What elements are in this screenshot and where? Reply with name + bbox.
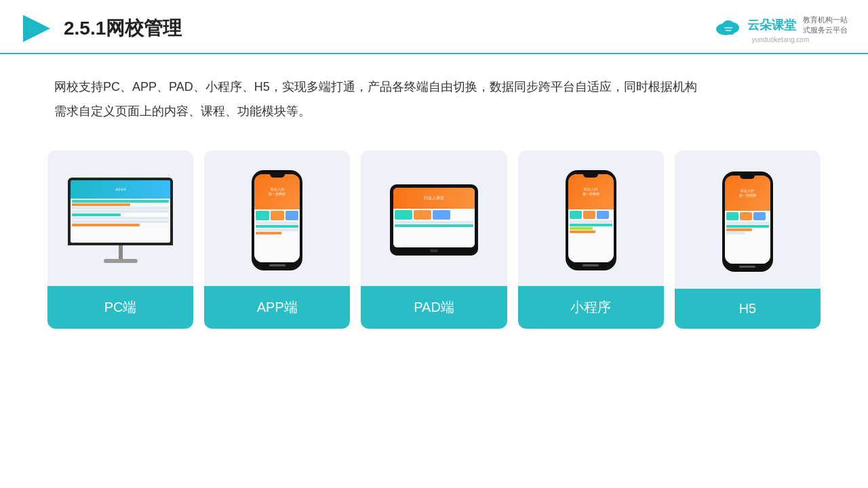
page-title: 2.5.1网校管理 — [64, 16, 182, 41]
logo-tagline1: 教育机构一站 — [803, 15, 848, 24]
card-pc-label: PC端 — [47, 286, 193, 329]
phone-h5-screen: 职达人的第一堂网课 — [725, 176, 770, 264]
card-h5: 职达人的第一堂网课 — [675, 150, 821, 329]
card-pad: 职达人课堂 — [361, 150, 507, 329]
svg-marker-0 — [23, 15, 50, 42]
card-app: 职达人的第一堂网课 — [204, 150, 350, 329]
play-icon — [20, 12, 53, 45]
tablet-mockup: 职达人课堂 — [390, 184, 478, 256]
monitor-body: 课堂管理 — [68, 178, 173, 245]
phone-notch — [270, 174, 285, 178]
phone-h5-home-bar — [739, 266, 755, 268]
logo-tagline2: 式服务云平台 — [803, 25, 848, 35]
logo-url: yunduoketang.com — [752, 36, 810, 43]
phone-h5-notch — [740, 176, 755, 179]
logo-area: 云朵课堂 教育机构一站 式服务云平台 yunduoketang.com — [713, 14, 848, 43]
card-miniprogram-image: 职达人的第一堂网课 — [518, 150, 664, 286]
phone-mini-home-bar — [583, 264, 599, 266]
phone-h5-mockup: 职达人的第一堂网课 — [722, 171, 773, 272]
svg-rect-4 — [723, 28, 734, 35]
card-pad-image: 职达人课堂 — [361, 150, 507, 286]
page-header: 2.5.1网校管理 云朵课堂 教育机构一站 式服务云平台 yunduoketan… — [0, 0, 868, 54]
card-app-image: 职达人的第一堂网课 — [204, 150, 350, 286]
cloud-logo-icon — [713, 14, 743, 36]
description-paragraph: 网校支持PC、APP、PAD、小程序、H5，实现多端打通，产品各终端自由切换，数… — [54, 75, 814, 123]
logo-cloud: 云朵课堂 教育机构一站 式服务云平台 — [713, 14, 848, 36]
phone-mini-mockup: 职达人的第一堂网课 — [566, 170, 616, 270]
tablet-home-button — [430, 249, 438, 252]
card-miniprogram: 职达人的第一堂网课 — [518, 150, 664, 329]
monitor-base — [104, 259, 138, 263]
header-left: 2.5.1网校管理 — [20, 12, 182, 45]
cards-container: 课堂管理 — [0, 130, 868, 349]
card-app-label: APP端 — [204, 286, 350, 329]
phone-home-bar — [269, 264, 285, 266]
logo-name: 云朵课堂 — [747, 17, 796, 33]
card-pc: 课堂管理 — [47, 150, 193, 329]
phone-app-mockup: 职达人的第一堂网课 — [252, 170, 302, 270]
desktop-mockup: 课堂管理 — [68, 178, 173, 263]
card-pad-label: PAD端 — [361, 286, 507, 329]
tablet-screen: 职达人课堂 — [393, 188, 475, 247]
monitor-screen: 课堂管理 — [71, 180, 170, 243]
card-pc-image: 课堂管理 — [47, 150, 193, 286]
phone-screen: 职达人的第一堂网课 — [254, 174, 300, 262]
description-text: 网校支持PC、APP、PAD、小程序、H5，实现多端打通，产品各终端自由切换，数… — [0, 54, 868, 130]
phone-mini-notch — [583, 174, 598, 178]
monitor-stand — [119, 245, 123, 259]
card-h5-image: 职达人的第一堂网课 — [675, 150, 821, 289]
card-miniprogram-label: 小程序 — [518, 286, 664, 329]
phone-mini-screen: 职达人的第一堂网课 — [568, 174, 614, 262]
card-h5-label: H5 — [675, 289, 821, 329]
